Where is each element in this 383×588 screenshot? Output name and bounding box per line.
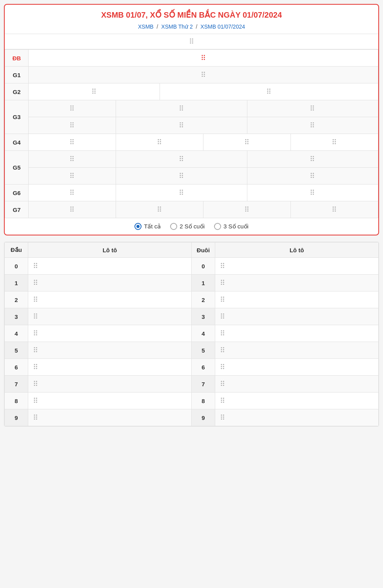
loto-val2-8: ⠿ [215, 393, 379, 409]
loto-duoi-5: 5 [192, 342, 215, 359]
loto-duoi-0: 0 [192, 258, 215, 275]
loading-row: ⠿ [5, 34, 378, 49]
loto-row-8: 8⠿8⠿ [5, 393, 379, 409]
loto-val2-1: ⠿ [215, 275, 379, 291]
loto-spinner1-2: ⠿ [33, 295, 38, 304]
loto-spinner2-7: ⠿ [220, 380, 225, 388]
loto-row-1: 1⠿1⠿ [5, 275, 379, 291]
breadcrumb-xsmb[interactable]: XSMB [138, 24, 154, 30]
g2-spinner-1: ⠿ [91, 87, 97, 96]
g5-v6: ⠿ [247, 168, 378, 185]
radio-3-so-cuoi-label: 3 Số cuối [223, 223, 249, 230]
g4-v2: ⠿ [116, 134, 203, 151]
g4-label: G4 [5, 134, 29, 151]
loto-val1-3: ⠿ [28, 308, 192, 325]
g4-v3: ⠿ [203, 134, 291, 151]
g3-v2: ⠿ [116, 100, 247, 117]
g6-row: G6 ⠿ ⠿ ⠿ [5, 185, 378, 201]
loto-row-6: 6⠿6⠿ [5, 359, 379, 376]
radio-tat-ca-circle [134, 223, 142, 230]
loading-spinner: ⠿ [189, 37, 194, 46]
loto-row-9: 9⠿9⠿ [5, 409, 379, 426]
g3-v1: ⠿ [29, 100, 116, 117]
g1-value: ⠿ [29, 67, 378, 83]
g7-spinner-3: ⠿ [244, 205, 250, 214]
loto-spinner2-4: ⠿ [220, 329, 225, 338]
loto-dau-7: 7 [5, 376, 28, 393]
loto-val1-8: ⠿ [28, 393, 192, 409]
main-results-container: XSMB 01/07, XỔ SỐ MIỀN BẮC NGÀY 01/07/20… [4, 4, 379, 235]
loto-dau-0: 0 [5, 258, 28, 275]
loto-dau-6: 6 [5, 359, 28, 376]
loto-row-3: 3⠿3⠿ [5, 308, 379, 325]
loto-row-7: 7⠿7⠿ [5, 376, 379, 393]
radio-2-so-cuoi-label: 2 Số cuối [180, 223, 205, 230]
loto-duoi-2: 2 [192, 291, 215, 308]
loto-dau-2: 2 [5, 291, 28, 308]
g4-row: G4 ⠿ ⠿ ⠿ ⠿ [5, 134, 378, 151]
loto-spinner1-3: ⠿ [33, 312, 38, 321]
loto-val2-3: ⠿ [215, 308, 379, 325]
loto-spinner2-2: ⠿ [220, 295, 225, 304]
g2-value-1: ⠿ [29, 83, 160, 100]
g7-spinner-1: ⠿ [69, 205, 75, 214]
loto-container: Đầu Lô tô Đuôi Lô tô 0⠿0⠿1⠿1⠿2⠿2⠿3⠿3⠿4⠿4… [4, 242, 379, 427]
breadcrumb-xsmb-thu2[interactable]: XSMB Thứ 2 [161, 24, 192, 30]
loto-val2-6: ⠿ [215, 359, 379, 376]
g7-v2: ⠿ [116, 201, 203, 218]
radio-2-so-cuoi[interactable]: 2 Số cuối [170, 223, 205, 230]
g3-v6: ⠿ [247, 117, 378, 134]
loto-row-0: 0⠿0⠿ [5, 258, 379, 275]
g5-spinner-4: ⠿ [69, 172, 75, 180]
g4-spinner-2: ⠿ [157, 138, 162, 147]
loto-spinner2-8: ⠿ [220, 396, 225, 405]
g5-spinner-3: ⠿ [310, 155, 315, 163]
radio-3-so-cuoi-circle [214, 223, 221, 230]
breadcrumb: XSMB / XSMB Thứ 2 / XSMB 01/07/2024 [5, 22, 378, 34]
g5-v5: ⠿ [116, 168, 247, 185]
db-value: ⠿ [29, 50, 378, 67]
loto-row-2: 2⠿2⠿ [5, 291, 379, 308]
loto-val2-2: ⠿ [215, 291, 379, 308]
g4-v1: ⠿ [29, 134, 116, 151]
g4-spinner-3: ⠿ [244, 138, 250, 147]
g3-spinner-4: ⠿ [69, 121, 75, 130]
loto-val1-1: ⠿ [28, 275, 192, 291]
loto-val1-4: ⠿ [28, 325, 192, 342]
g1-spinner: ⠿ [201, 71, 206, 79]
radio-tat-ca[interactable]: Tất cả [134, 223, 161, 230]
loto-table: Đầu Lô tô Đuôi Lô tô 0⠿0⠿1⠿1⠿2⠿2⠿3⠿3⠿4⠿4… [4, 242, 379, 426]
loto-dau-1: 1 [5, 275, 28, 291]
g5-spinner-6: ⠿ [310, 172, 315, 180]
g5-spinner-2: ⠿ [179, 155, 184, 163]
loto-row-4: 4⠿4⠿ [5, 325, 379, 342]
filter-radio-group: Tất cả 2 Số cuối 3 Số cuối [5, 218, 378, 235]
loto-spinner2-0: ⠿ [220, 262, 225, 270]
loto-val2-7: ⠿ [215, 376, 379, 393]
loto-header-row: Đầu Lô tô Đuôi Lô tô [5, 242, 379, 258]
loto-duoi-9: 9 [192, 409, 215, 426]
breadcrumb-xsmb-date[interactable]: XSMB 01/07/2024 [200, 24, 245, 30]
loto-spinner1-6: ⠿ [33, 363, 38, 371]
g6-v2: ⠿ [116, 185, 247, 201]
loto-val1-9: ⠿ [28, 409, 192, 426]
g3-v5: ⠿ [116, 117, 247, 134]
radio-3-so-cuoi[interactable]: 3 Số cuối [214, 223, 249, 230]
g6-spinner-3: ⠿ [310, 188, 315, 197]
g7-v1: ⠿ [29, 201, 116, 218]
g5-v3: ⠿ [247, 151, 378, 168]
g6-v3: ⠿ [247, 185, 378, 201]
g7-spinner-2: ⠿ [157, 205, 162, 214]
g4-spinner-1: ⠿ [69, 138, 75, 147]
g5-label: G5 [5, 151, 29, 185]
g6-spinner-2: ⠿ [179, 188, 184, 197]
g2-spinner-2: ⠿ [266, 87, 272, 96]
loto-duoi-3: 3 [192, 308, 215, 325]
g4-v4: ⠿ [291, 134, 378, 151]
loto-duoi-8: 8 [192, 393, 215, 409]
loto-spinner1-9: ⠿ [33, 413, 38, 422]
db-row: ĐB ⠿ [5, 50, 378, 67]
loto-val1-7: ⠿ [28, 376, 192, 393]
g3-spinner-5: ⠿ [179, 121, 184, 130]
g3-spinner-2: ⠿ [179, 104, 184, 113]
